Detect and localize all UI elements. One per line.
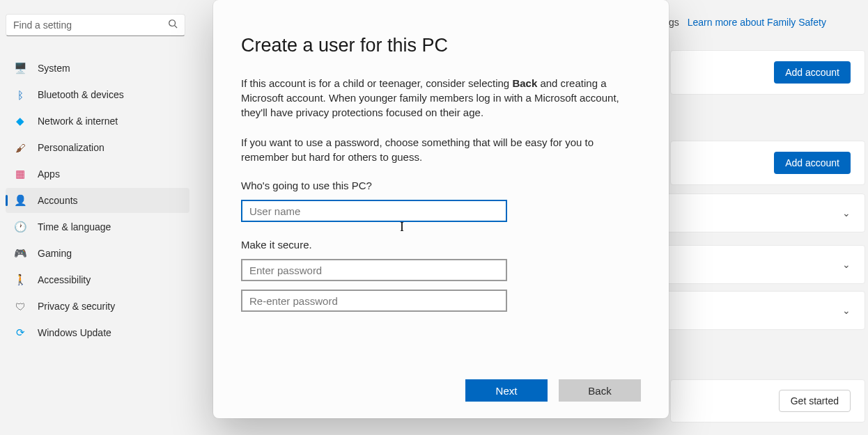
next-button[interactable]: Next — [465, 379, 548, 402]
password-section-label: Make it secure. — [241, 239, 641, 251]
nav-list: 🖥️SystemᛒBluetooth & devices◆Network & i… — [6, 56, 189, 345]
sidebar-item-label: Privacy & security — [38, 301, 115, 312]
sidebar-item-label: Gaming — [38, 248, 72, 259]
sidebar-item-label: System — [38, 63, 70, 74]
accounts-icon: 👤 — [14, 194, 26, 207]
chevron-down-icon: ⌄ — [842, 259, 851, 270]
sidebar-item-system[interactable]: 🖥️System — [6, 56, 189, 81]
sidebar-item-label: Accessibility — [38, 274, 91, 285]
add-account-button-1[interactable]: Add account — [774, 61, 851, 84]
get-started-card: Get started — [670, 379, 865, 422]
family-safety-link[interactable]: Learn more about Family Safety — [688, 17, 826, 28]
sidebar-item-bluetooth-devices[interactable]: ᛒBluetooth & devices — [6, 82, 189, 107]
apps-icon: ▦ — [14, 168, 26, 180]
chevron-down-icon: ⌄ — [842, 207, 851, 219]
dialog-title: Create a user for this PC — [241, 35, 641, 56]
sidebar-item-accounts[interactable]: 👤Accounts — [6, 188, 189, 213]
search-icon — [168, 19, 178, 31]
system-icon: 🖥️ — [14, 62, 26, 74]
sidebar-item-label: Personalization — [38, 142, 104, 153]
sidebar-item-label: Network & internet — [38, 116, 118, 127]
gaming-icon: 🎮 — [14, 247, 26, 260]
sidebar-item-windows-update[interactable]: ⟳Windows Update — [6, 320, 189, 345]
search-input[interactable] — [13, 19, 168, 31]
password-input[interactable] — [241, 259, 507, 281]
sidebar-item-time-language[interactable]: 🕐Time & language — [6, 214, 189, 239]
get-started-button[interactable]: Get started — [779, 390, 851, 412]
settings-sidebar: 🖥️SystemᛒBluetooth & devices◆Network & i… — [0, 0, 195, 435]
svg-point-0 — [169, 20, 176, 26]
dialog-footer: Next Back — [241, 365, 641, 402]
confirm-password-input[interactable] — [241, 290, 507, 312]
personalization-icon: 🖌 — [14, 141, 26, 154]
sidebar-item-network-internet[interactable]: ◆Network & internet — [6, 109, 189, 134]
sidebar-item-apps[interactable]: ▦Apps — [6, 161, 189, 187]
sidebar-item-label: Bluetooth & devices — [38, 89, 124, 100]
chevron-down-icon: ⌄ — [842, 305, 851, 316]
sidebar-item-label: Apps — [38, 168, 60, 180]
add-account-button-2[interactable]: Add account — [774, 152, 851, 174]
sidebar-item-privacy-security[interactable]: 🛡Privacy & security — [6, 294, 189, 319]
dialog-paragraph-2: If you want to use a password, choose so… — [241, 135, 641, 164]
account-card-2: Add account — [670, 141, 865, 185]
expand-row-2[interactable]: ⌄ — [663, 245, 865, 284]
banner-prefix: gs — [669, 17, 679, 28]
search-box[interactable] — [6, 14, 185, 36]
username-input[interactable] — [241, 200, 507, 222]
sidebar-item-personalization[interactable]: 🖌Personalization — [6, 135, 189, 160]
account-card-1: Add account — [670, 50, 865, 95]
expand-row-1[interactable]: ⌄ — [663, 193, 865, 232]
network-internet-icon: ◆ — [14, 115, 26, 127]
accessibility-icon: 🚶 — [14, 274, 26, 286]
privacy-security-icon: 🛡 — [14, 300, 26, 313]
sidebar-item-label: Accounts — [38, 195, 78, 206]
time-language-icon: 🕐 — [14, 221, 26, 233]
svg-line-1 — [175, 26, 178, 29]
dialog-paragraph-1: If this account is for a child or teenag… — [241, 76, 641, 120]
bluetooth-devices-icon: ᛒ — [14, 88, 26, 101]
sidebar-item-accessibility[interactable]: 🚶Accessibility — [6, 267, 189, 292]
windows-update-icon: ⟳ — [14, 326, 26, 339]
sidebar-item-gaming[interactable]: 🎮Gaming — [6, 241, 189, 266]
sidebar-item-label: Time & language — [38, 221, 111, 232]
family-safety-banner: gs Learn more about Family Safety — [669, 17, 826, 28]
username-label: Who's going to use this PC? — [241, 180, 641, 191]
expand-row-3[interactable]: ⌄ — [663, 291, 865, 330]
create-user-dialog: Create a user for this PC If this accoun… — [213, 0, 669, 418]
back-button[interactable]: Back — [559, 379, 641, 402]
sidebar-item-label: Windows Update — [38, 327, 111, 338]
